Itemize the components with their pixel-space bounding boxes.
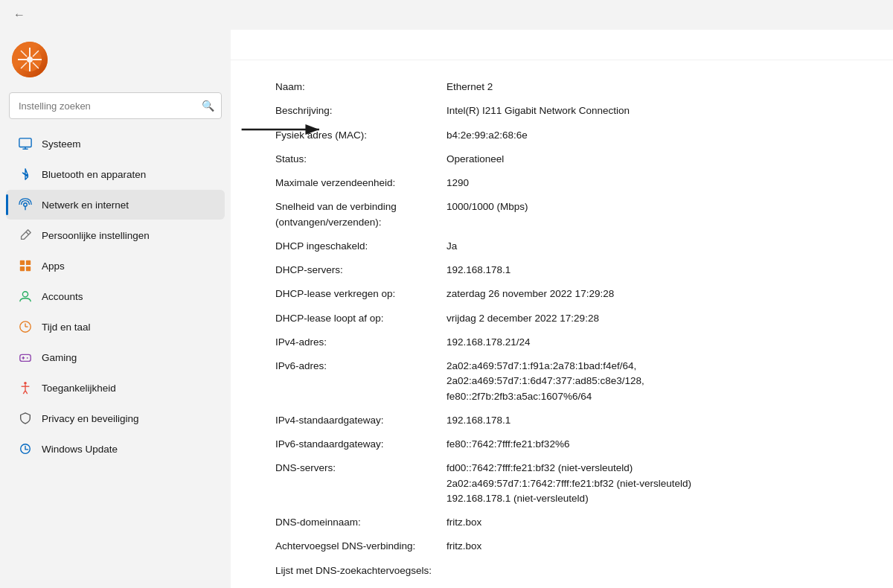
property-value: Ja bbox=[446, 239, 863, 254]
sidebar-item-label-accounts: Accounts bbox=[42, 291, 83, 302]
property-label: DNS-domeinnaam: bbox=[275, 515, 446, 530]
svg-rect-16 bbox=[20, 261, 25, 265]
property-row: DNS-servers:fd00::7642:7fff:fe21:bf32 (n… bbox=[275, 456, 863, 511]
property-row: Snelheid van de verbinding (ontvangen/ve… bbox=[275, 195, 863, 234]
property-row: IPv6-adres:2a02:a469:57d7:1:f91a:2a78:1b… bbox=[275, 354, 863, 409]
sidebar-item-bluetooth[interactable]: Bluetooth en apparaten bbox=[6, 159, 225, 189]
sidebar-item-label-systeem: Systeem bbox=[42, 138, 81, 150]
property-label: Achtervoegsel DNS-verbinding: bbox=[275, 539, 446, 554]
close-button[interactable] bbox=[859, 0, 893, 30]
svg-point-13 bbox=[24, 203, 28, 207]
property-row: Beschrijving:Intel(R) I211 Gigabit Netwo… bbox=[275, 99, 863, 123]
properties-area: Naam:Ethernet 2Beschrijving:Intel(R) I21… bbox=[231, 60, 893, 588]
svg-point-27 bbox=[27, 357, 28, 359]
gaming-icon bbox=[18, 350, 33, 365]
property-label: Snelheid van de verbinding (ontvangen/ve… bbox=[275, 199, 446, 230]
accessibility-icon bbox=[18, 380, 33, 395]
property-row: Status:Operationeel bbox=[275, 147, 863, 171]
sidebar-item-accounts[interactable]: Accounts bbox=[6, 281, 225, 311]
sidebar-item-persoonlijk[interactable]: Persoonlijke instellingen bbox=[6, 220, 225, 250]
sidebar-item-systeem[interactable]: Systeem bbox=[6, 129, 225, 159]
property-row: DNS-domeinnaam:fritz.box bbox=[275, 511, 863, 534]
property-value: Operationeel bbox=[446, 152, 863, 167]
sidebar-item-update[interactable]: Windows Update bbox=[6, 434, 225, 464]
sidebar-item-label-netwerk: Netwerk en internet bbox=[42, 199, 129, 211]
property-row: Achtervoegsel DNS-verbinding:fritz.box bbox=[275, 534, 863, 558]
arrow-annotation bbox=[238, 118, 327, 141]
svg-rect-18 bbox=[20, 266, 25, 271]
property-row: DHCP ingeschakeld:Ja bbox=[275, 234, 863, 258]
property-label: DHCP-lease loopt af op: bbox=[275, 311, 446, 326]
sidebar-item-label-bluetooth: Bluetooth en apparaten bbox=[42, 169, 146, 180]
property-value: 2a02:a469:57d7:1:f91a:2a78:1bad:f4ef/64,… bbox=[446, 359, 863, 404]
avatar bbox=[12, 42, 48, 77]
property-value: zaterdag 26 november 2022 17:29:28 bbox=[446, 287, 863, 301]
sidebar-item-label-gaming: Gaming bbox=[42, 352, 77, 363]
property-value: b4:2e:99:a2:68:6e bbox=[446, 128, 863, 143]
property-row: Fysiek adres (MAC):b4:2e:99:a2:68:6e bbox=[275, 124, 863, 147]
property-row: IPv6-standaardgateway:fe80::7642:7fff:fe… bbox=[275, 432, 863, 456]
property-label: IPv4-adres: bbox=[275, 335, 446, 350]
sidebar-item-privacy[interactable]: Privacy en beveiliging bbox=[6, 403, 225, 433]
network-icon bbox=[18, 197, 33, 212]
property-row: IPv4-standaardgateway:192.168.178.1 bbox=[275, 409, 863, 432]
property-label: Beschrijving: bbox=[275, 103, 446, 118]
property-value: fe80::7642:7fff:fe21:bf32%6 bbox=[446, 437, 863, 452]
search-box: 🔍 bbox=[9, 92, 222, 119]
privacy-icon bbox=[18, 411, 33, 426]
update-icon bbox=[18, 441, 33, 456]
svg-line-31 bbox=[23, 391, 25, 394]
property-value: 192.168.178.1 bbox=[446, 263, 863, 278]
sidebar-item-gaming[interactable]: Gaming bbox=[6, 342, 225, 372]
sidebar-item-apps[interactable]: Apps bbox=[6, 251, 225, 281]
property-row: Maximale verzendeenheid:1290 bbox=[275, 171, 863, 195]
property-value: fd00::7642:7fff:fe21:bf32 (niet-versleut… bbox=[446, 461, 863, 506]
brand-logo-icon bbox=[16, 46, 43, 73]
property-row: IPv4-adres:192.168.178.21/24 bbox=[275, 330, 863, 354]
property-label: IPv6-standaardgateway: bbox=[275, 437, 446, 452]
svg-point-20 bbox=[22, 292, 28, 297]
search-input[interactable] bbox=[9, 92, 222, 119]
property-value: vrijdag 2 december 2022 17:29:28 bbox=[446, 311, 863, 326]
maximize-button[interactable] bbox=[825, 0, 859, 30]
titlebar-left: ← bbox=[9, 4, 36, 25]
svg-line-32 bbox=[25, 391, 28, 394]
nav-list: SysteemBluetooth en apparatenNetwerk en … bbox=[0, 128, 231, 464]
property-value: 1000/1000 (Mbps) bbox=[446, 199, 863, 230]
monitor-icon bbox=[18, 136, 33, 151]
property-value: 192.168.178.21/24 bbox=[446, 335, 863, 350]
sidebar: 🔍 SysteemBluetooth en apparatenNetwerk e… bbox=[0, 30, 231, 588]
property-value: 192.168.178.1 bbox=[446, 413, 863, 428]
property-value: 1290 bbox=[446, 176, 863, 191]
property-row: DHCP-lease verkregen op:zaterdag 26 nove… bbox=[275, 282, 863, 306]
svg-line-15 bbox=[26, 232, 29, 235]
property-label: Status: bbox=[275, 152, 446, 167]
svg-point-1 bbox=[27, 57, 33, 63]
sidebar-item-toegankelijkheid[interactable]: Toegankelijkheid bbox=[6, 373, 225, 403]
property-value: fritz.box bbox=[446, 515, 863, 530]
brush-icon bbox=[18, 228, 33, 243]
property-value: Intel(R) I211 Gigabit Network Connection bbox=[446, 103, 863, 118]
sidebar-item-netwerk[interactable]: Netwerk en internet bbox=[6, 190, 225, 220]
avatar-inner bbox=[12, 42, 48, 77]
minimize-button[interactable] bbox=[790, 0, 825, 30]
bluetooth-icon bbox=[18, 167, 33, 182]
accounts-icon bbox=[18, 289, 33, 304]
search-icon: 🔍 bbox=[202, 100, 214, 112]
property-label: DHCP ingeschakeld: bbox=[275, 239, 446, 254]
sidebar-item-label-apps: Apps bbox=[42, 261, 65, 272]
property-row: Netwerknaam:My router bbox=[275, 583, 863, 588]
app-body: 🔍 SysteemBluetooth en apparatenNetwerk e… bbox=[0, 30, 893, 588]
titlebar: ← bbox=[0, 0, 893, 30]
content-header bbox=[231, 30, 893, 60]
apps-icon bbox=[18, 258, 33, 273]
property-row: DHCP-lease loopt af op:vrijdag 2 decembe… bbox=[275, 307, 863, 330]
property-row: DHCP-servers:192.168.178.1 bbox=[275, 258, 863, 282]
back-button[interactable]: ← bbox=[9, 4, 30, 25]
property-label: DHCP-servers: bbox=[275, 263, 446, 278]
sidebar-item-tijd[interactable]: Tijd en taal bbox=[6, 312, 225, 342]
property-row: Lijst met DNS-zoekachtervoegsels: bbox=[275, 559, 863, 583]
arrow-icon bbox=[238, 118, 327, 141]
property-label: Maximale verzendeenheid: bbox=[275, 176, 446, 191]
user-profile bbox=[0, 30, 231, 92]
